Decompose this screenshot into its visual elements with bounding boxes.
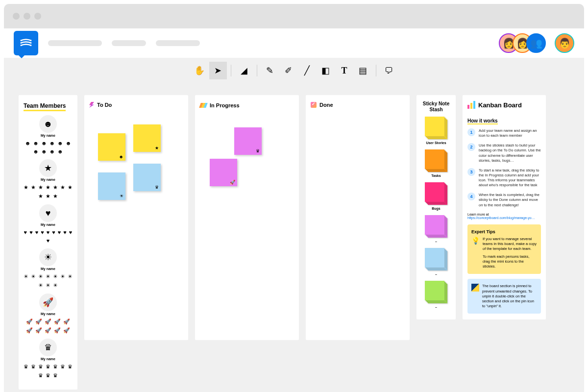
- sun-token-icon[interactable]: ☀: [53, 282, 58, 289]
- sun-token-icon[interactable]: ☀: [38, 273, 43, 280]
- team-member[interactable]: ♥ My name: [24, 204, 73, 226]
- sun-token-icon[interactable]: ☀: [24, 273, 28, 280]
- team-member[interactable]: ★ My name: [24, 159, 73, 181]
- sticky-stack[interactable]: [425, 117, 447, 139]
- crown-token-icon[interactable]: ♛: [46, 364, 50, 370]
- sticky-note[interactable]: ★: [133, 124, 161, 152]
- heart-token-icon[interactable]: ♥: [58, 229, 61, 235]
- crown-token-icon[interactable]: ♛: [60, 364, 65, 370]
- sticky-stack[interactable]: [425, 281, 447, 303]
- crown-token-icon[interactable]: ♛: [68, 364, 73, 370]
- inprogress-column[interactable]: In Progress ♛🚀: [195, 95, 299, 340]
- smile-token-icon[interactable]: ☻: [41, 140, 47, 146]
- star-token-icon[interactable]: ★: [38, 184, 43, 191]
- star-token-icon[interactable]: ★: [38, 193, 43, 199]
- rocket-token-icon[interactable]: 🚀: [26, 327, 33, 334]
- rocket-token-icon[interactable]: 🚀: [54, 327, 61, 334]
- star-token-icon[interactable]: ★: [60, 184, 65, 191]
- sun-token-icon[interactable]: ☀: [46, 282, 50, 289]
- smile-token-icon[interactable]: ☻: [49, 140, 55, 146]
- learn-more-link[interactable]: https://conceptboard.com/blog/manage-yo…: [467, 216, 535, 220]
- smile-token-icon[interactable]: ☻: [66, 140, 72, 146]
- workspace[interactable]: Team Members ☻ My name ☻☻☻☻☻☻☻☻☻☻ ★ My n…: [4, 80, 584, 392]
- sticky-note[interactable]: ☀: [98, 172, 125, 200]
- crown-token-icon[interactable]: ♛: [38, 364, 43, 370]
- team-member[interactable]: 🚀 My name: [24, 294, 73, 316]
- app-logo[interactable]: [14, 31, 38, 55]
- member-token-row[interactable]: ☀☀☀☀☀☀☀☀☀☀: [24, 273, 73, 289]
- smile-token-icon[interactable]: ☻: [33, 140, 39, 146]
- member-token-row[interactable]: 🚀🚀🚀🚀🚀🚀🚀🚀🚀🚀: [24, 318, 73, 334]
- collaborator-avatars[interactable]: 👩 👩 👥: [499, 33, 546, 53]
- brush-tool-icon[interactable]: ✐: [280, 62, 297, 79]
- star-token-icon[interactable]: ★: [68, 184, 73, 191]
- sun-token-icon[interactable]: ☀: [31, 273, 36, 280]
- rocket-token-icon[interactable]: 🚀: [45, 327, 51, 334]
- heart-token-icon[interactable]: ♥: [69, 229, 73, 235]
- sticky-stack[interactable]: [425, 182, 447, 205]
- member-token-row[interactable]: ★★★★★★★★★★: [24, 184, 73, 199]
- sun-token-icon[interactable]: ☀: [46, 273, 50, 280]
- smile-token-icon[interactable]: ☻: [41, 148, 47, 154]
- star-token-icon[interactable]: ★: [31, 184, 36, 191]
- rocket-token-icon[interactable]: 🚀: [63, 318, 70, 325]
- crown-token-icon[interactable]: ♛: [46, 372, 50, 379]
- sticky-stack[interactable]: [425, 248, 447, 270]
- smile-token-icon[interactable]: ☻: [57, 148, 63, 154]
- heart-token-icon[interactable]: ♥: [35, 229, 39, 235]
- smile-token-icon[interactable]: ☻: [57, 140, 63, 146]
- smile-token-icon[interactable]: ☻: [33, 148, 39, 154]
- crown-token-icon[interactable]: ♛: [53, 372, 58, 379]
- sticky-note[interactable]: ♛: [133, 164, 161, 191]
- star-token-icon[interactable]: ★: [53, 184, 58, 191]
- heart-token-icon[interactable]: ♥: [47, 229, 50, 235]
- rocket-token-icon[interactable]: 🚀: [45, 318, 51, 325]
- member-token-row[interactable]: ♛♛♛♛♛♛♛♛♛♛: [24, 364, 73, 379]
- rocket-token-icon[interactable]: 🚀: [26, 318, 33, 325]
- crown-token-icon[interactable]: ♛: [38, 372, 43, 379]
- heart-token-icon[interactable]: ♥: [41, 229, 44, 235]
- todo-column[interactable]: To Do ★☻♛☀: [84, 95, 188, 340]
- star-token-icon[interactable]: ★: [53, 193, 58, 199]
- crown-token-icon[interactable]: ♛: [31, 364, 36, 370]
- done-column[interactable]: Done: [306, 95, 410, 340]
- sticky-stack[interactable]: [425, 149, 447, 172]
- rocket-token-icon[interactable]: 🚀: [54, 318, 61, 325]
- pen-tool-icon[interactable]: ✎: [261, 62, 279, 79]
- heart-token-icon[interactable]: ♥: [24, 229, 27, 235]
- line-tool-icon[interactable]: ╱: [298, 62, 316, 79]
- heart-token-icon[interactable]: ♥: [29, 229, 33, 235]
- text-tool-icon[interactable]: T: [336, 62, 353, 79]
- sticky-note[interactable]: ♛: [234, 127, 262, 155]
- heart-token-icon[interactable]: ♥: [52, 229, 55, 235]
- shape-tool-icon[interactable]: ◧: [317, 62, 335, 79]
- crown-token-icon[interactable]: ♛: [53, 364, 58, 370]
- pointer-tool-icon[interactable]: ➤: [209, 62, 227, 79]
- team-member[interactable]: ♛ My name: [24, 339, 73, 361]
- star-token-icon[interactable]: ★: [46, 193, 50, 199]
- comment-tool-icon[interactable]: 🗩: [380, 62, 398, 79]
- star-token-icon[interactable]: ★: [24, 184, 28, 191]
- smile-token-icon[interactable]: ☻: [25, 140, 31, 146]
- note-tool-icon[interactable]: ▤: [354, 62, 372, 79]
- add-collaborator-icon[interactable]: 👥: [526, 33, 546, 53]
- member-token-row[interactable]: ♥♥♥♥♥♥♥♥♥♥: [24, 229, 73, 244]
- star-token-icon[interactable]: ★: [46, 184, 50, 191]
- sun-token-icon[interactable]: ☀: [68, 273, 73, 280]
- heart-token-icon[interactable]: ♥: [47, 238, 50, 244]
- sun-token-icon[interactable]: ☀: [38, 282, 43, 289]
- sun-token-icon[interactable]: ☀: [53, 273, 58, 280]
- rocket-token-icon[interactable]: 🚀: [35, 318, 42, 325]
- smile-token-icon[interactable]: ☻: [49, 148, 55, 154]
- heart-token-icon[interactable]: ♥: [63, 229, 67, 235]
- sticky-note[interactable]: ☻: [98, 133, 125, 161]
- sticky-stack[interactable]: [425, 215, 447, 238]
- team-member[interactable]: ☀ My name: [24, 248, 73, 270]
- member-token-row[interactable]: ☻☻☻☻☻☻☻☻☻☻: [24, 140, 73, 154]
- eraser-tool-icon[interactable]: ◢: [235, 62, 253, 79]
- team-member[interactable]: ☻ My name: [24, 115, 73, 137]
- sun-token-icon[interactable]: ☀: [60, 273, 65, 280]
- crown-token-icon[interactable]: ♛: [24, 364, 28, 370]
- hand-tool-icon[interactable]: ✋: [191, 62, 208, 79]
- sticky-note[interactable]: 🚀: [210, 159, 237, 186]
